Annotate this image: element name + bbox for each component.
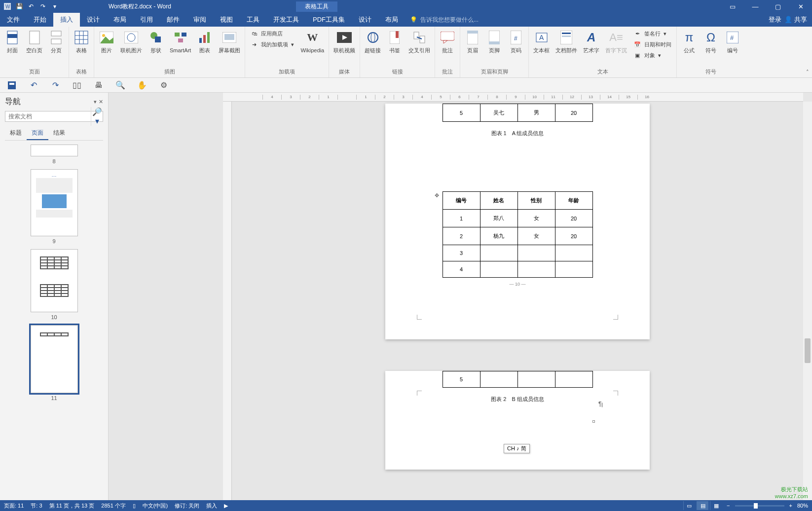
tab-insert[interactable]: 插入 bbox=[53, 13, 80, 27]
status-track-changes[interactable]: 修订: 关闭 bbox=[175, 502, 199, 510]
minimize-icon[interactable]: — bbox=[744, 0, 767, 13]
page-thumb-9[interactable]: — — bbox=[31, 169, 78, 236]
nav-close-icon[interactable]: ✕ bbox=[99, 99, 103, 105]
wikipedia-button[interactable]: WWikipedia bbox=[299, 29, 326, 54]
page-number-button[interactable]: #页码 bbox=[507, 29, 525, 54]
cover-page-button[interactable]: 封面 bbox=[3, 29, 22, 54]
qat2-layout-icon[interactable]: ▯▯ bbox=[72, 80, 82, 90]
tab-review[interactable]: 审阅 bbox=[186, 13, 213, 27]
wordart-button[interactable]: A艺术字 bbox=[582, 29, 601, 54]
object-button[interactable]: ▣对象 ▾ bbox=[631, 50, 673, 60]
table-button[interactable]: 表格 bbox=[72, 29, 91, 54]
qat2-save-icon[interactable] bbox=[7, 80, 17, 90]
tab-table-design[interactable]: 设计 bbox=[352, 13, 378, 27]
blank-page-button[interactable]: 空白页 bbox=[25, 29, 44, 54]
tab-table-layout[interactable]: 布局 bbox=[378, 13, 405, 27]
my-addins-button[interactable]: ➜我的加载项 ▾ bbox=[248, 39, 296, 49]
table-resize-handle-icon[interactable] bbox=[592, 420, 595, 423]
print-layout-icon[interactable]: ▤ bbox=[697, 501, 708, 510]
tab-devtools[interactable]: 开发工具 bbox=[266, 13, 306, 27]
nav-tab-pages[interactable]: 页面 bbox=[27, 127, 48, 140]
tab-file[interactable]: 文件 bbox=[0, 13, 27, 27]
ribbon-display-options-icon[interactable]: ▭ bbox=[721, 0, 744, 13]
table-b-continued[interactable]: 5 bbox=[443, 371, 593, 388]
tab-mailings[interactable]: 邮件 bbox=[160, 13, 186, 27]
nav-dropdown-icon[interactable]: ▾ bbox=[94, 99, 97, 105]
qat2-find-icon[interactable]: 🔍 bbox=[115, 80, 125, 90]
table-b[interactable]: 编号 姓名 性别 年龄 1郑八女20 2杨九女20 3 4 bbox=[443, 191, 593, 278]
vertical-ruler[interactable] bbox=[223, 102, 232, 500]
tab-layout[interactable]: 布局 bbox=[107, 13, 133, 27]
drop-cap-button[interactable]: A≡首字下沉 bbox=[604, 29, 628, 54]
maximize-icon[interactable]: ▢ bbox=[767, 0, 789, 13]
status-language[interactable]: 中文(中国) bbox=[143, 502, 168, 510]
status-page-of[interactable]: 第 11 页，共 13 页 bbox=[49, 502, 95, 510]
document-page-10[interactable]: 5吴七男20 图表 1 A 组成员信息 ✥ 编号 姓名 性别 年龄 1郑八女20… bbox=[385, 104, 650, 339]
bookmark-button[interactable]: 书签 bbox=[385, 29, 404, 54]
login-button[interactable]: 登录 bbox=[769, 15, 781, 24]
tab-home[interactable]: 开始 bbox=[27, 13, 53, 27]
zoom-out-icon[interactable]: − bbox=[727, 503, 730, 509]
qat2-redo-icon[interactable]: ↷ bbox=[50, 80, 60, 90]
pictures-button[interactable]: 图片 bbox=[97, 29, 116, 54]
nav-search-input[interactable] bbox=[5, 113, 91, 120]
tab-design[interactable]: 设计 bbox=[80, 13, 107, 27]
vertical-scrollbar[interactable] bbox=[803, 102, 812, 500]
read-mode-icon[interactable]: ▭ bbox=[683, 501, 695, 510]
scrollbar-thumb[interactable] bbox=[805, 338, 811, 363]
footer-button[interactable]: 页脚 bbox=[485, 29, 504, 54]
cross-reference-button[interactable]: 交叉引用 bbox=[407, 29, 432, 54]
document-page-11[interactable]: 5 ¶ꞁ 图表 2 B 组成员信息 CH ♪ 简 bbox=[385, 371, 650, 470]
status-spellcheck-icon[interactable]: ▯ bbox=[133, 503, 136, 509]
smartart-button[interactable]: SmartArt bbox=[168, 29, 192, 54]
screenshot-button[interactable]: 屏幕截图 bbox=[217, 29, 242, 54]
number-button[interactable]: #编号 bbox=[723, 29, 742, 54]
shapes-button[interactable]: 形状 bbox=[147, 29, 165, 54]
header-button[interactable]: 页眉 bbox=[463, 29, 482, 54]
office-store-button[interactable]: 🛍应用商店 bbox=[248, 29, 296, 38]
hyperlink-button[interactable]: 超链接 bbox=[363, 29, 382, 54]
signature-line-button[interactable]: ✒签名行 ▾ bbox=[631, 29, 673, 38]
qat2-undo-icon[interactable]: ↶ bbox=[29, 80, 38, 90]
date-time-button[interactable]: 📅日期和时间 bbox=[631, 39, 673, 49]
tell-me-search[interactable]: 💡 告诉我您想要做什么... bbox=[410, 13, 479, 27]
textbox-button[interactable]: A文本框 bbox=[532, 29, 551, 54]
qat-dropdown-icon[interactable]: ▾ bbox=[51, 3, 58, 10]
nav-tab-results[interactable]: 结果 bbox=[48, 127, 70, 140]
status-page[interactable]: 页面: 11 bbox=[4, 502, 24, 510]
online-video-button[interactable]: 联机视频 bbox=[332, 29, 357, 54]
share-button[interactable]: 👤 共享 bbox=[784, 15, 807, 24]
qat-save-icon[interactable]: 💾 bbox=[16, 3, 23, 10]
page-thumb-8[interactable] bbox=[31, 145, 78, 156]
tab-view[interactable]: 视图 bbox=[213, 13, 240, 27]
comment-button[interactable]: 批注 bbox=[438, 29, 457, 54]
horizontal-ruler[interactable]: 432112345678910111213141516 bbox=[223, 93, 803, 102]
qat2-options-icon[interactable]: ⚙ bbox=[159, 80, 169, 90]
status-insert-mode[interactable]: 插入 bbox=[206, 502, 217, 510]
status-section[interactable]: 节: 3 bbox=[31, 502, 42, 510]
status-word-count[interactable]: 2851 个字 bbox=[101, 502, 126, 510]
quick-parts-button[interactable]: 文档部件 bbox=[554, 29, 579, 54]
symbol-button[interactable]: Ω符号 bbox=[701, 29, 720, 54]
tab-tools[interactable]: 工具 bbox=[240, 13, 266, 27]
web-layout-icon[interactable]: ▦ bbox=[710, 501, 722, 510]
zoom-in-icon[interactable]: + bbox=[789, 503, 792, 509]
chart-button[interactable]: 图表 bbox=[195, 29, 214, 54]
nav-search[interactable]: 🔎▾ bbox=[5, 111, 103, 122]
zoom-level[interactable]: 80% bbox=[797, 503, 808, 509]
online-pictures-button[interactable]: 联机图片 bbox=[119, 29, 144, 54]
tab-pdf[interactable]: PDF工具集 bbox=[306, 13, 352, 27]
nav-tab-headings[interactable]: 标题 bbox=[5, 127, 27, 140]
close-icon[interactable]: ✕ bbox=[789, 0, 812, 13]
zoom-slider[interactable] bbox=[735, 505, 784, 507]
table-a-last-row[interactable]: 5吴七男20 bbox=[443, 104, 593, 122]
qat2-hand-icon[interactable]: ✋ bbox=[137, 80, 147, 90]
equation-button[interactable]: π公式 bbox=[680, 29, 699, 54]
collapse-ribbon-icon[interactable]: ˄ bbox=[806, 69, 809, 75]
page-thumb-10[interactable] bbox=[31, 249, 78, 312]
table-move-handle-icon[interactable]: ✥ bbox=[435, 192, 439, 199]
search-icon[interactable]: 🔎▾ bbox=[91, 107, 103, 126]
qat-redo-icon[interactable]: ↷ bbox=[39, 3, 46, 10]
qat-undo-icon[interactable]: ↶ bbox=[28, 3, 35, 10]
page-thumb-11[interactable] bbox=[31, 325, 78, 393]
